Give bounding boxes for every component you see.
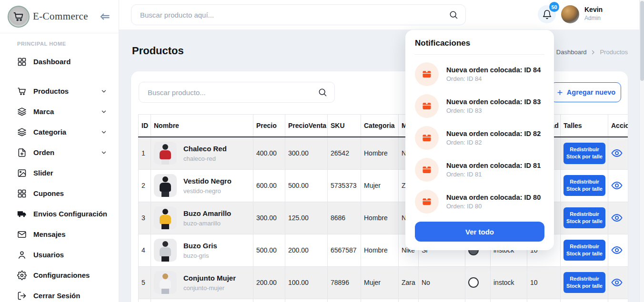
- order-box-icon: [415, 158, 439, 182]
- cell-actions: [608, 137, 628, 169]
- sidebar-item-cerrar-sesio-n[interactable]: Cerrar Sesión: [0, 285, 119, 302]
- notification-title: Nueva orden colocada: ID 84: [446, 66, 541, 74]
- notification-title: Nueva orden colocada: ID 82: [446, 130, 541, 137]
- sidebar-item-label: Envios Configuración: [33, 210, 107, 218]
- cell-id: 1: [139, 137, 151, 169]
- table-row: 3Buzo Amarillobuzo-amarillo300.00125.008…: [139, 202, 628, 234]
- user-role: Admin: [584, 15, 603, 21]
- grid-icon: [17, 189, 27, 198]
- sidebar-item-slider[interactable]: Slider: [0, 163, 119, 183]
- grid-icon: [17, 57, 27, 67]
- breadcrumb-dashboard[interactable]: Dashboard: [556, 49, 587, 56]
- table-row: 5Conjunto Mujerconjunto-mujer200.00100.0…: [139, 266, 628, 299]
- sidebar-item-label: Productos: [33, 87, 69, 95]
- cell-sku: 8686: [328, 202, 361, 234]
- notifications-list: Nueva orden colocada: ID 84Orden: ID 84N…: [415, 62, 544, 214]
- chevron-down-icon: [101, 149, 107, 156]
- cell-product: Buzo Grisbuzo-gris: [151, 234, 253, 266]
- chevron-down-icon: [101, 129, 107, 136]
- table-row-partial: [139, 299, 628, 302]
- notifications-button[interactable]: 50: [538, 5, 556, 23]
- scrollbar-track[interactable]: [639, 0, 644, 302]
- notification-item[interactable]: Nueva orden colocada: ID 84Orden: ID 84: [415, 62, 544, 87]
- cell-qty: 10: [527, 266, 561, 299]
- table-header-row: IDNombrePrecioPrecioVentaSKUCategoriaMar…: [139, 115, 628, 137]
- sidebar: E-Commerce PRINCIPAL HOME DashboardProdu…: [0, 0, 119, 302]
- cell-category: Hombre: [361, 137, 399, 169]
- user-name: Kevin: [584, 6, 603, 13]
- sidebar-item-configuraciones[interactable]: Configuraciones: [0, 265, 119, 285]
- search-icon[interactable]: [449, 10, 458, 19]
- notification-item[interactable]: Nueva orden colocada: ID 82Orden: ID 82: [415, 126, 544, 150]
- add-new-label: Agregar nuevo: [567, 88, 615, 96]
- product-image: [154, 239, 177, 262]
- sidebar-item-label: Mensajes: [33, 230, 66, 238]
- view-all-button[interactable]: Ver todo: [415, 222, 544, 242]
- avatar[interactable]: [561, 5, 579, 23]
- cell-sale-price: 300.00: [285, 137, 328, 169]
- scrollbar-thumb[interactable]: [640, 1, 644, 81]
- cell-price: 200.00: [253, 266, 285, 299]
- product-slug: buzo-gris: [183, 252, 217, 259]
- sidebar-item-usuarios[interactable]: Usuarios: [0, 244, 119, 265]
- sidebar-item-productos[interactable]: Productos: [0, 81, 119, 101]
- view-icon[interactable]: [611, 180, 623, 191]
- breadcrumb-current: Productos: [600, 49, 628, 56]
- notification-item[interactable]: Nueva orden colocada: ID 83Orden: ID 83: [415, 94, 544, 118]
- cell-category: Mujer: [361, 169, 399, 202]
- col-header-precio: Precio: [253, 115, 285, 137]
- product-slug: vestido-negro: [183, 187, 231, 195]
- sidebar-item-label: Usuarios: [33, 251, 64, 259]
- sidebar-item-label: Categoria: [33, 128, 66, 136]
- notification-item[interactable]: Nueva orden colocada: ID 81Orden: ID 81: [415, 157, 544, 182]
- notification-item[interactable]: Nueva orden colocada: ID 80Orden: ID 80: [415, 189, 544, 214]
- view-icon[interactable]: [611, 277, 623, 288]
- cell-product: Buzo Amarillobuzo-amarillo: [151, 202, 253, 234]
- product-name: Buzo Amarillo: [183, 209, 231, 217]
- redistribute-stock-button[interactable]: Redistribuir Stock por talle: [564, 143, 605, 164]
- add-new-button[interactable]: Agregar nuevo: [551, 82, 621, 102]
- product-image: [154, 174, 177, 197]
- redistribute-stock-button[interactable]: Redistribuir Stock por talle: [564, 175, 605, 196]
- search-icon[interactable]: [318, 88, 327, 97]
- table-row: 4Buzo Grisbuzo-gris500.00200.006567587Ho…: [139, 234, 628, 266]
- sidebar-item-marca[interactable]: Marca: [0, 101, 119, 122]
- product-slug: chaleco-red: [183, 155, 227, 162]
- notifications-title: Notificaciones: [415, 39, 544, 48]
- notification-subtitle: Orden: ID 83: [446, 107, 541, 114]
- notification-title: Nueva orden colocada: ID 80: [446, 194, 541, 201]
- image-icon: [17, 168, 27, 178]
- cell-status: instock: [491, 266, 527, 299]
- chevron-right-icon: [590, 49, 596, 55]
- sidebar-item-mensajes[interactable]: Mensajes: [0, 224, 119, 244]
- redistribute-stock-button[interactable]: Redistribuir Stock por talle: [564, 207, 605, 229]
- notification-subtitle: Orden: ID 82: [446, 139, 541, 146]
- sidebar-collapse-icon[interactable]: [99, 10, 111, 23]
- gear-icon: [17, 271, 27, 280]
- table-search-input[interactable]: [139, 82, 335, 103]
- chevron-down-icon: [101, 108, 107, 115]
- redistribute-stock-button[interactable]: Redistribuir Stock por talle: [564, 240, 605, 261]
- cell-featured: No: [419, 266, 465, 299]
- global-search-input[interactable]: [131, 4, 466, 25]
- sidebar-item-categoria[interactable]: Categoria: [0, 122, 119, 142]
- view-icon[interactable]: [611, 147, 623, 159]
- cell-sku: 5735373: [328, 169, 361, 202]
- view-icon[interactable]: [611, 212, 623, 224]
- sidebar-item-orden[interactable]: Orden: [0, 142, 119, 163]
- cell-talles: Redistribuir Stock por talle: [561, 169, 608, 202]
- sidebar-item-envios-configuracio-n[interactable]: Envios Configuración: [0, 204, 119, 224]
- cell-product: Conjunto Mujerconjunto-mujer: [151, 266, 253, 299]
- product-slug: buzo-amarillo: [183, 220, 231, 227]
- sidebar-section-label: PRINCIPAL HOME: [17, 41, 119, 47]
- sidebar-item-cupones[interactable]: Cupones: [0, 183, 119, 204]
- sidebar-item-label: Marca: [33, 107, 54, 116]
- redistribute-stock-button[interactable]: Redistribuir Stock por talle: [564, 272, 605, 293]
- cell-talles: Redistribuir Stock por talle: [561, 137, 608, 169]
- view-icon[interactable]: [611, 244, 623, 256]
- order-box-icon: [415, 126, 439, 150]
- table-row: 1Chaleco Redchaleco-red400.00300.0026542…: [139, 137, 628, 169]
- sidebar-item-dashboard[interactable]: Dashboard: [0, 51, 119, 72]
- plus-icon: [556, 89, 564, 96]
- cell-talles: Redistribuir Stock por talle: [561, 234, 608, 266]
